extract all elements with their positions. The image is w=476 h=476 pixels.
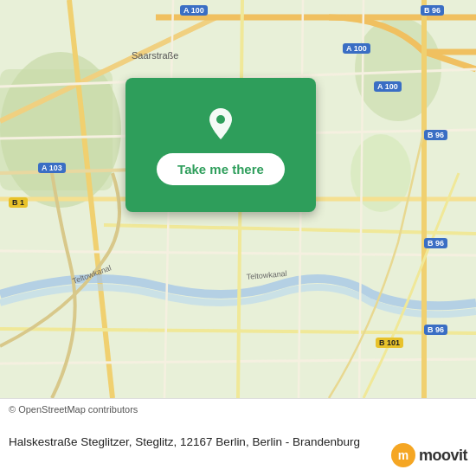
road-badge-a100-right2: A 100 — [374, 81, 402, 92]
road-badge-a100-top: A 100 — [180, 5, 208, 16]
road-badge-b96-right3: B 96 — [424, 325, 447, 335]
moovit-text: moovit — [419, 447, 467, 465]
road-badge-b96-right2: B 96 — [424, 238, 447, 248]
road-badge-b96-top: B 96 — [421, 5, 444, 16]
road-badge-b96-right1: B 96 — [424, 130, 447, 140]
bottom-bar: © OpenStreetMap contributors Halskestraß… — [0, 398, 476, 476]
location-card: Take me there — [125, 78, 316, 212]
road-badge-b101: B 101 — [376, 338, 403, 348]
take-me-there-button[interactable]: Take me there — [157, 153, 285, 185]
map-container: Saarstraße Teltowkanal Teltowkanal A 100… — [0, 0, 476, 398]
moovit-logo: m moovit — [391, 443, 467, 467]
svg-point-25 — [216, 115, 225, 124]
moovit-icon: m — [391, 443, 415, 467]
road-badge-a103: A 103 — [38, 163, 66, 173]
svg-text:Saarstraße: Saarstraße — [132, 50, 178, 61]
road-badge-b1: B 1 — [9, 197, 28, 208]
road-badge-a100-right: A 100 — [343, 43, 370, 54]
location-pin-icon — [202, 105, 240, 143]
copyright: © OpenStreetMap contributors — [9, 404, 467, 415]
